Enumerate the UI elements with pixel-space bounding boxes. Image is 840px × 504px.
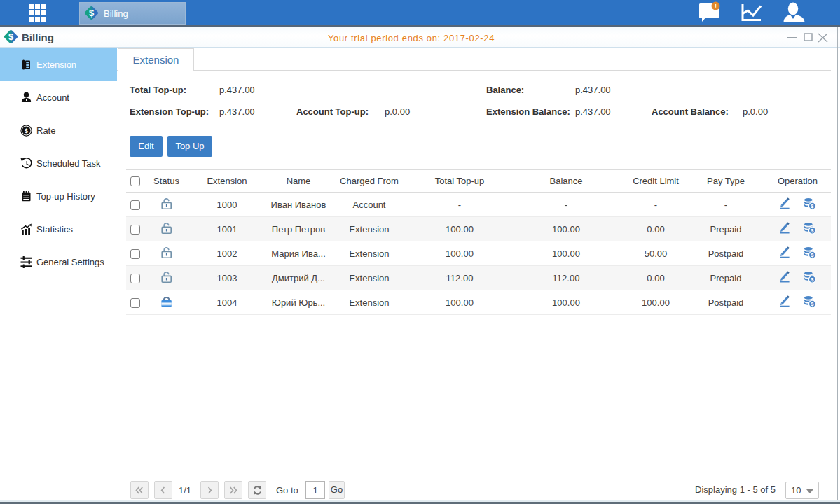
svg-text:$: $ — [25, 127, 29, 134]
svg-text:!: ! — [715, 3, 717, 10]
